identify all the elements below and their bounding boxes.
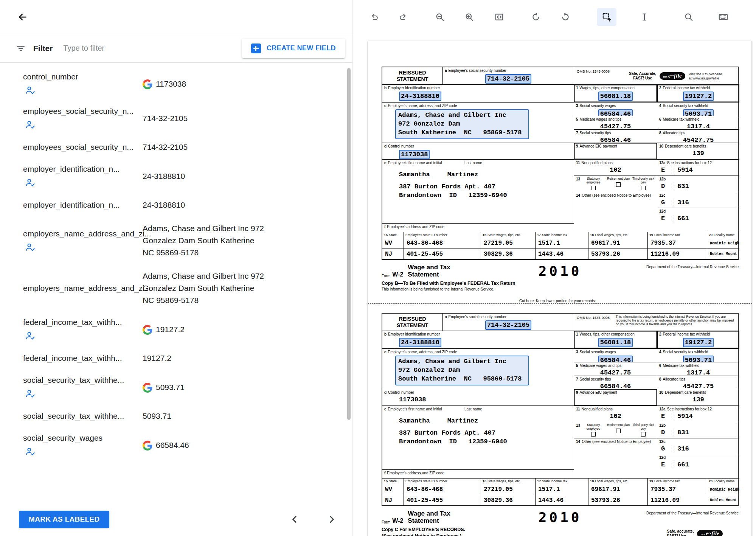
field-row[interactable]: control_number 1173038	[0, 67, 352, 101]
rotate-cw-button[interactable]	[556, 8, 575, 26]
back-arrow-icon	[17, 11, 28, 23]
field-row[interactable]: employees_social_security_n... 714-32-21…	[0, 101, 352, 135]
field-row[interactable]: employers_name_address_and_zi... Adams, …	[0, 217, 352, 264]
keyboard-icon	[718, 12, 728, 22]
ein-annotation[interactable]: 24-3188810	[399, 92, 441, 101]
reissued-statement-label: REISSUED STATEMENT	[382, 314, 443, 331]
text-select-icon	[640, 12, 649, 22]
search-icon	[684, 12, 694, 22]
back-button[interactable]	[14, 8, 32, 26]
google-source-icon	[143, 383, 152, 393]
labeled-check-icon	[25, 388, 36, 399]
w2-box-f: fEmployee's address and ZIP code	[382, 470, 574, 479]
w2-box-9: 9Advance EIC payment	[574, 143, 657, 160]
w2-box-4: 4Social security tax withheld 5093.71	[657, 103, 739, 116]
filter-icon	[16, 44, 26, 53]
field-label: social_security_tax_withhe...	[23, 412, 124, 421]
create-new-field-button[interactable]: CREATE NEW FIELD	[242, 39, 345, 58]
w2-form[interactable]: REISSUED STATEMENT aEmployee's social se…	[382, 67, 739, 291]
w2-box-2: 2Federal income tax withheld 19127.2	[657, 85, 739, 103]
undo-button[interactable]	[364, 8, 384, 26]
mark-as-labeled-button[interactable]: MARK AS LABELED	[19, 511, 109, 528]
control-number-value[interactable]: 1173038	[399, 396, 426, 403]
scrollbar-thumb[interactable]	[347, 68, 351, 420]
field-row[interactable]: social_security_tax_withhe... 5093.71	[0, 404, 352, 428]
ein-annotation[interactable]: 24-3188810	[399, 338, 441, 347]
irs-efile-logo: IRSe~file	[660, 72, 685, 80]
field-row[interactable]: employers_name_address_and_zi... Adams, …	[0, 264, 352, 312]
w2-box-8: 8Allocated tips 45427.75	[657, 376, 739, 389]
ss-tax-annotation[interactable]: 5093.71	[683, 109, 714, 117]
redo-button[interactable]	[394, 8, 413, 26]
w2-form[interactable]: REISSUED STATEMENT aEmployee's social se…	[382, 313, 739, 536]
federal-tax-annotation[interactable]: 19127.2	[683, 92, 714, 101]
retirement-plan-checkbox	[616, 182, 621, 187]
next-document-button[interactable]	[323, 510, 341, 528]
field-value: 24-3188810	[143, 170, 185, 182]
omb-number: OMB No. 1545-0008	[574, 67, 612, 84]
field-row[interactable]: social_security_wages 66584.46	[0, 428, 352, 462]
w2-box-5: 5Medicare wages and tips 45427.75	[574, 116, 657, 130]
ss-tax-annotation[interactable]: 5093.71	[683, 356, 714, 363]
field-list[interactable]: control_number 1173038 e	[0, 63, 352, 503]
w2-box-12a: 12aSee instructions for box 12 E5914	[657, 406, 739, 422]
field-label: employer_identification_n...	[23, 165, 120, 174]
labeled-check-icon	[25, 242, 36, 252]
control-number-value[interactable]: 1173038	[399, 150, 430, 159]
viewer-toolbar	[352, 0, 756, 34]
field-row[interactable]: federal_income_tax_withh... 19127.2	[0, 312, 352, 346]
filter-input[interactable]	[63, 44, 169, 53]
field-row[interactable]: social_security_tax_withhe... 5093.71	[0, 370, 352, 404]
text-select-tool-button[interactable]	[635, 8, 654, 26]
w2-box-12b: 12b D831	[657, 176, 739, 192]
field-value: 19127.2	[143, 352, 171, 364]
third-party-sick-pay-checkbox	[641, 432, 646, 437]
w2-box-12d: 12d E661	[657, 454, 739, 479]
bounding-box-tool-button[interactable]	[597, 8, 616, 26]
field-label: social_security_wages	[23, 433, 102, 443]
search-button[interactable]	[679, 8, 699, 26]
ssn-annotation[interactable]: 714-32-2105	[485, 320, 531, 330]
bounding-box-icon	[602, 12, 612, 22]
federal-tax-annotation[interactable]: 19127.2	[683, 338, 714, 347]
wages-annotation[interactable]: 56081.18	[598, 338, 633, 347]
third-party-sick-pay-checkbox	[641, 186, 646, 190]
prev-document-button[interactable]	[286, 510, 304, 528]
zoom-out-icon	[435, 12, 445, 22]
w2-box-14: 14Other (see enclosed Notice to Employee…	[574, 438, 657, 479]
field-row[interactable]: employer_identification_n... 24-3188810	[0, 159, 352, 193]
ss-wages-annotation[interactable]: 66584.46	[598, 356, 633, 363]
state-tax-table: 15State Employer's state ID number 16Sta…	[382, 232, 738, 259]
w2-box-b: bEmployer identification number 24-31888…	[382, 331, 574, 349]
keyboard-shortcuts-button[interactable]	[713, 8, 733, 26]
ss-wages-annotation[interactable]: 66584.46	[598, 109, 633, 117]
w2-box-e: eEmployee's first name and initialLast n…	[382, 160, 574, 224]
omb-number: OMB No. 1545-0008	[574, 314, 612, 331]
create-new-field-label: CREATE NEW FIELD	[267, 44, 336, 52]
field-value: 24-3188810	[143, 199, 185, 211]
w2-footer: Form W-2 Wage and TaxStatement 2010 Depa…	[382, 262, 739, 291]
zoom-in-button[interactable]	[459, 8, 479, 26]
ssn-annotation[interactable]: 714-32-2105	[485, 74, 531, 84]
w2-box-4: 4Social security tax withheld 5093.71	[657, 349, 739, 362]
statutory-employee-group: Statutory employee	[582, 177, 605, 190]
employer-address-annotation[interactable]: Adams, Chase and Gilbert Inc 972 Gonzale…	[395, 109, 529, 139]
w2-box-f: fEmployee's address and ZIP code	[382, 224, 574, 232]
field-row[interactable]: employer_identification_n... 24-3188810	[0, 193, 352, 217]
fit-to-page-button[interactable]	[489, 8, 509, 26]
efile-footer-logo: Safe, accurate,FAST! Use IRSe~file	[667, 529, 723, 536]
rotate-ccw-button[interactable]	[526, 8, 546, 26]
app: Filter CREATE NEW FIELD control_number	[0, 0, 756, 536]
document-page[interactable]: REISSUED STATEMENT aEmployee's social se…	[368, 41, 752, 536]
add-box-icon	[251, 44, 261, 53]
zoom-out-button[interactable]	[430, 8, 450, 26]
wages-annotation[interactable]: 56081.18	[598, 92, 633, 101]
labeled-check-icon	[25, 85, 36, 95]
document-viewer[interactable]: REISSUED STATEMENT aEmployee's social se…	[352, 34, 756, 536]
w2-box-13: 13 Statutory employee Retirement plan Th…	[574, 176, 657, 192]
employer-address-annotation[interactable]: Adams, Chase and Gilbert Inc 972 Gonzale…	[395, 356, 529, 385]
field-row[interactable]: employees_social_security_n... 714-32-21…	[0, 135, 352, 159]
w2-box-11: 11Nonqualified plans 102	[574, 160, 657, 176]
field-row[interactable]: federal_income_tax_withh... 19127.2	[0, 346, 352, 370]
field-label: employer_identification_n...	[23, 200, 120, 210]
